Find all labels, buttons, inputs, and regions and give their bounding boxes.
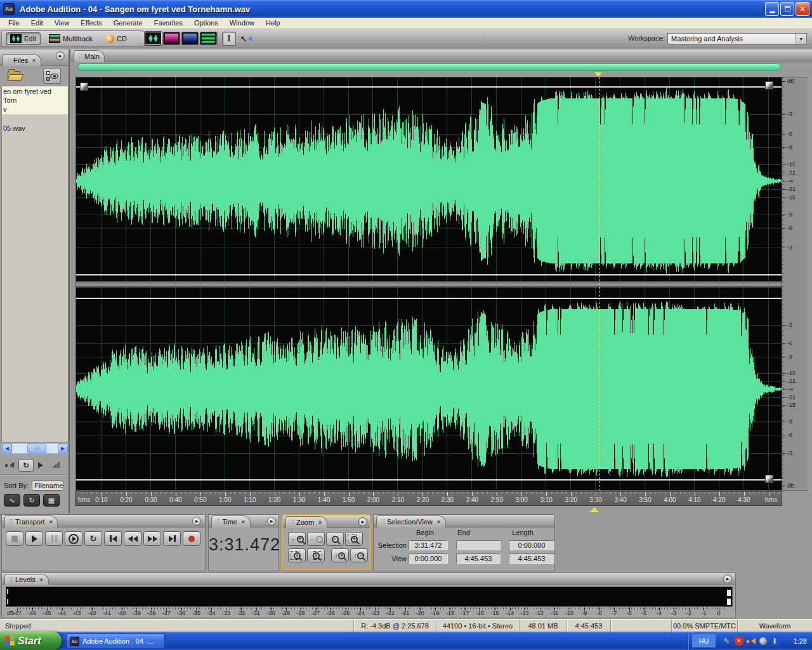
tab-zoom[interactable]: Zoom ✕ bbox=[285, 516, 327, 528]
tab-files[interactable]: Files ✕ bbox=[3, 54, 41, 66]
close-tab-icon[interactable]: ✕ bbox=[241, 519, 246, 525]
cursor-marker-bottom-icon[interactable] bbox=[590, 507, 599, 512]
play-button[interactable] bbox=[25, 531, 43, 546]
close-button[interactable]: ✕ bbox=[796, 2, 809, 16]
panel-menu-icon[interactable]: ▶ bbox=[723, 574, 732, 583]
stop-button[interactable] bbox=[6, 531, 23, 546]
spectral-frequency-display-button[interactable] bbox=[163, 32, 180, 45]
waveform-display[interactable] bbox=[76, 77, 782, 490]
chevron-down-icon[interactable]: ▼ bbox=[796, 34, 806, 44]
panel-menu-icon[interactable]: ▶ bbox=[358, 517, 367, 526]
level-meter[interactable] bbox=[6, 587, 733, 607]
tab-main[interactable]: Main bbox=[74, 50, 105, 62]
edit-view-button[interactable]: Edit bbox=[6, 32, 41, 45]
advanced-options-icon[interactable] bbox=[43, 68, 61, 84]
security-alert-icon[interactable]: ✕ bbox=[734, 636, 743, 646]
minimize-button[interactable] bbox=[765, 2, 779, 16]
title-bar[interactable]: Au Adobe Audition - 04 - Sangen om fyret… bbox=[0, 0, 812, 18]
zoom-out-full-button[interactable]: − bbox=[326, 532, 344, 546]
cursor-marker-top-icon[interactable] bbox=[594, 72, 602, 77]
zoom-out-vertical-button[interactable]: ↕− bbox=[350, 548, 368, 562]
scroll-right-icon[interactable]: ▶ bbox=[58, 444, 68, 453]
menu-file[interactable]: File bbox=[3, 18, 25, 29]
bluetooth-icon[interactable]: ᛒ bbox=[770, 636, 780, 646]
multitrack-view-button[interactable]: Multitrack bbox=[44, 32, 97, 45]
cd-view-button[interactable]: CD bbox=[101, 32, 131, 45]
fast-forward-button[interactable] bbox=[143, 531, 161, 546]
tab-selection-view[interactable]: Selection/View ✕ bbox=[376, 515, 446, 527]
waveform-display-button[interactable] bbox=[145, 32, 162, 45]
view-begin-field[interactable]: 0:00.000 bbox=[409, 554, 448, 564]
zoom-in-vertical-button[interactable]: ↕+ bbox=[331, 548, 349, 562]
tab-levels[interactable]: Levels ✕ bbox=[4, 574, 49, 585]
amplitude-handle-top-right[interactable] bbox=[765, 81, 773, 90]
audio-monitor-icon[interactable] bbox=[758, 636, 768, 646]
spectral-phase-display-button[interactable] bbox=[200, 32, 217, 45]
timeline-ruler[interactable]: 0:100:200:300:400:501:001:101:201:301:40… bbox=[75, 491, 782, 506]
close-tab-icon[interactable]: ✕ bbox=[49, 519, 53, 525]
close-tab-icon[interactable]: ✕ bbox=[39, 577, 44, 583]
panel-menu-icon[interactable]: ▶ bbox=[192, 517, 201, 526]
amplitude-ruler[interactable]: dBdB-3-3-6-6-9-9-15-15-21-21-∞-3-3-6-6-9… bbox=[782, 77, 808, 491]
files-list[interactable]: en om fyret ved Tornv05.wav bbox=[1, 86, 69, 442]
menu-effects[interactable]: Effects bbox=[75, 18, 107, 29]
menu-window[interactable]: Window bbox=[224, 18, 260, 29]
files-horizontal-scrollbar[interactable]: ◀ ▶ bbox=[1, 443, 69, 454]
zoom-to-selection-button[interactable]: + bbox=[345, 532, 363, 546]
auto-play-mute-icon[interactable]: ✕ bbox=[5, 461, 14, 469]
amplitude-handle-top-left[interactable] bbox=[80, 83, 88, 91]
spectral-pan-display-button[interactable] bbox=[181, 32, 199, 45]
zoom-in-left-edge-button[interactable]: + bbox=[288, 548, 306, 562]
zoom-in-right-edge-button[interactable]: + bbox=[307, 548, 325, 562]
tab-transport[interactable]: Transport ✕ bbox=[4, 515, 58, 527]
close-tab-icon[interactable]: ✕ bbox=[318, 520, 322, 526]
file-list-item[interactable]: en om fyret ved Tornv bbox=[2, 86, 68, 114]
scrub-tool[interactable]: ↖ bbox=[239, 32, 253, 46]
selection-begin-field[interactable]: 3:31.472 bbox=[409, 540, 448, 550]
show-audio-files-button[interactable]: ∿ bbox=[4, 494, 20, 507]
overview-scroll-bar[interactable] bbox=[77, 63, 781, 71]
sort-by-dropdown[interactable]: Filename bbox=[32, 481, 63, 491]
language-indicator[interactable]: HU bbox=[692, 634, 716, 647]
scrollbar-thumb[interactable] bbox=[27, 444, 46, 453]
go-to-end-button[interactable] bbox=[163, 531, 181, 546]
go-to-beginning-button[interactable] bbox=[104, 531, 122, 546]
taskbar-app-button[interactable]: Au Adobe Audition - 04 -... bbox=[66, 633, 165, 649]
view-length-field[interactable]: 4:45.453 bbox=[509, 554, 554, 564]
scroll-left-icon[interactable]: ◀ bbox=[2, 444, 12, 453]
tablet-pen-icon[interactable]: ✎ bbox=[722, 636, 731, 646]
close-tab-icon[interactable]: ✕ bbox=[436, 519, 441, 525]
clip-indicator-left[interactable] bbox=[727, 590, 731, 596]
menu-favorites[interactable]: Favorites bbox=[148, 18, 188, 29]
panel-menu-icon[interactable]: ▶ bbox=[267, 517, 276, 526]
volume-icon[interactable] bbox=[53, 462, 60, 468]
pause-button[interactable] bbox=[45, 531, 63, 546]
record-button[interactable] bbox=[183, 531, 200, 546]
zoom-in-horizontal-button[interactable]: ↔+ bbox=[288, 532, 306, 546]
restore-button[interactable] bbox=[780, 2, 794, 16]
play-file-icon[interactable] bbox=[38, 462, 43, 468]
clip-indicator-right[interactable] bbox=[727, 599, 731, 605]
amplitude-handle-bottom-right[interactable] bbox=[765, 475, 773, 483]
start-button[interactable]: Start bbox=[0, 632, 62, 650]
tab-time[interactable]: Time ✕ bbox=[211, 515, 251, 527]
play-looped-button[interactable]: ↻ bbox=[84, 531, 102, 546]
selection-end-field[interactable] bbox=[456, 540, 501, 550]
workspace-dropdown[interactable]: Mastering and Analysis ▼ bbox=[667, 33, 807, 44]
menu-help[interactable]: Help bbox=[260, 18, 286, 29]
volume-icon[interactable] bbox=[746, 636, 756, 646]
file-list-item[interactable]: 05.wav bbox=[2, 123, 68, 133]
menu-generate[interactable]: Generate bbox=[108, 18, 148, 29]
time-selection-tool[interactable]: I bbox=[222, 32, 236, 46]
show-loop-files-button[interactable]: ↻ bbox=[23, 494, 40, 507]
view-end-field[interactable]: 4:45.453 bbox=[456, 554, 501, 564]
loop-playback-button[interactable]: ↻ bbox=[18, 459, 34, 472]
menu-options[interactable]: Options bbox=[188, 18, 224, 29]
selection-length-field[interactable]: 0:00.000 bbox=[509, 540, 554, 550]
menu-view[interactable]: View bbox=[49, 18, 75, 29]
show-video-files-button[interactable]: ▦ bbox=[43, 494, 60, 507]
menu-edit[interactable]: Edit bbox=[25, 18, 49, 29]
close-tab-icon[interactable]: ✕ bbox=[32, 58, 36, 63]
play-from-cursor-button[interactable] bbox=[65, 531, 82, 546]
rewind-button[interactable] bbox=[124, 531, 141, 546]
